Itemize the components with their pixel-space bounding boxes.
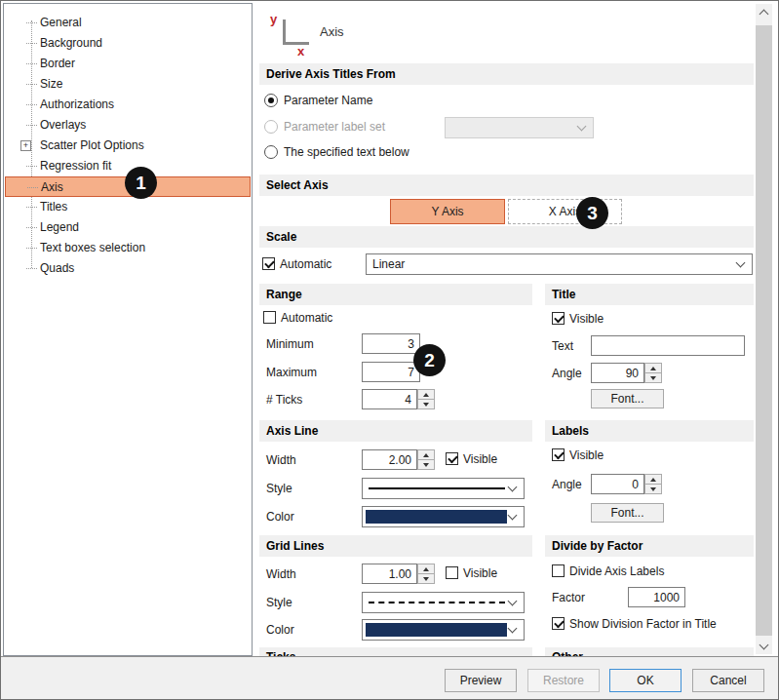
grid-lines-color-label: Color	[266, 619, 294, 641]
parameter-label-set-radio[interactable]	[264, 120, 278, 134]
ok-button[interactable]: OK	[609, 669, 682, 692]
range-automatic-checkbox[interactable]	[263, 311, 276, 324]
axis-line-visible-checkbox[interactable]	[446, 452, 458, 465]
sidebar-item-scatter-plot-options[interactable]: +Scatter Plot Options	[5, 136, 251, 156]
tree-connector	[26, 43, 37, 44]
spin-down-button[interactable]	[417, 573, 435, 584]
specified-text-radio[interactable]	[264, 145, 278, 159]
sidebar-item-label: General	[40, 13, 82, 33]
title-text-label: Text	[552, 335, 573, 357]
specified-text-label: The specified text below	[284, 141, 409, 163]
labels-header: Labels	[545, 420, 754, 442]
spin-down-button[interactable]	[644, 372, 662, 383]
labels-angle-spinner[interactable]	[644, 474, 662, 494]
tree-connector	[26, 166, 37, 167]
sidebar-item-overlays[interactable]: Overlays	[5, 115, 251, 136]
grid-lines-width-label: Width	[266, 564, 296, 585]
sidebar-item-size[interactable]: Size	[5, 74, 251, 95]
sidebar-item-general[interactable]: General	[5, 13, 251, 33]
sidebar-item-quads[interactable]: Quads	[5, 258, 251, 279]
axis-line-width-input[interactable]	[362, 449, 417, 470]
other-header: Other	[545, 647, 754, 656]
axis-line-style-dropdown[interactable]	[362, 478, 525, 499]
sidebar-item-text-boxes-selection[interactable]: Text boxes selection	[5, 238, 251, 258]
labels-angle-input[interactable]	[591, 474, 644, 494]
settings-tree-sidebar: General Background Border Size Authoriza…	[3, 3, 253, 656]
maximum-input[interactable]	[362, 362, 420, 382]
restore-button[interactable]: Restore	[527, 669, 600, 692]
axis-line-color-dropdown[interactable]	[362, 506, 525, 527]
expand-plus-icon[interactable]: +	[20, 140, 31, 151]
scale-automatic-checkbox[interactable]	[262, 257, 275, 270]
tree-connector	[26, 84, 37, 85]
step-badge-2: 2	[413, 344, 446, 376]
title-angle-input[interactable]	[591, 363, 644, 383]
sidebar-item-titles[interactable]: Titles	[5, 197, 251, 217]
dashed-line-sample	[369, 602, 505, 603]
chevron-down-icon	[760, 640, 769, 649]
parameter-name-radio[interactable]	[264, 94, 278, 107]
sidebar-item-label: Border	[40, 54, 75, 74]
spin-down-button[interactable]	[644, 484, 662, 494]
spin-down-button[interactable]	[417, 399, 435, 409]
sidebar-item-background[interactable]: Background	[5, 33, 251, 54]
grid-lines-visible-checkbox[interactable]	[446, 566, 458, 579]
solid-line-sample	[369, 487, 505, 489]
cancel-button[interactable]: Cancel	[692, 669, 764, 692]
divide-by-factor-header: Divide by Factor	[545, 535, 754, 557]
parameter-label-set-dropdown[interactable]	[445, 117, 594, 138]
title-angle-spinner[interactable]	[644, 363, 662, 383]
labels-visible-checkbox[interactable]	[552, 448, 565, 461]
tree-connector	[26, 268, 37, 269]
show-division-factor-label: Show Division Factor in Title	[569, 613, 717, 635]
scrollbar-thumb[interactable]	[756, 25, 772, 636]
ticks-input[interactable]	[362, 389, 417, 409]
grid-lines-color-dropdown[interactable]	[362, 619, 525, 641]
scroll-down-button[interactable]	[756, 638, 772, 654]
scale-type-dropdown[interactable]: Linear	[366, 253, 753, 275]
tree-connector	[26, 207, 37, 208]
minimum-input[interactable]	[362, 333, 420, 354]
sidebar-item-label: Regression fit	[40, 156, 111, 176]
grid-lines-style-label: Style	[266, 592, 292, 613]
spin-down-button[interactable]	[417, 459, 435, 470]
sidebar-item-label: Authorizations	[40, 95, 114, 115]
preview-button[interactable]: Preview	[445, 669, 517, 692]
show-division-factor-checkbox[interactable]	[552, 617, 565, 630]
tree-connector	[26, 104, 37, 105]
grid-lines-width-spinner[interactable]	[417, 564, 435, 584]
labels-angle-label: Angle	[552, 474, 582, 495]
title-header: Title	[545, 284, 754, 305]
ticks-header: Ticks	[259, 647, 532, 656]
ticks-spinner[interactable]	[417, 389, 435, 409]
color-swatch	[366, 510, 507, 524]
factor-input[interactable]	[628, 587, 685, 607]
vertical-scrollbar[interactable]	[756, 4, 772, 654]
scale-header: Scale	[259, 226, 754, 248]
sidebar-item-label: Background	[40, 33, 102, 54]
parameter-name-label: Parameter Name	[284, 90, 372, 111]
sidebar-item-border[interactable]: Border	[5, 54, 251, 74]
axis-line-width-spinner[interactable]	[417, 449, 435, 470]
sidebar-item-label: Scatter Plot Options	[40, 136, 144, 156]
chevron-down-icon	[508, 597, 518, 606]
labels-font-button[interactable]: Font...	[591, 503, 664, 523]
sidebar-item-authorizations[interactable]: Authorizations	[5, 95, 251, 115]
scale-automatic-label: Automatic	[280, 253, 331, 275]
step-badge-3: 3	[576, 197, 608, 229]
title-visible-checkbox[interactable]	[552, 312, 565, 325]
title-text-input[interactable]	[591, 335, 745, 356]
chevron-down-icon	[736, 258, 746, 268]
grid-lines-width-input[interactable]	[362, 564, 417, 584]
sidebar-item-legend[interactable]: Legend	[5, 217, 251, 238]
sidebar-item-label: Size	[40, 74, 62, 95]
scroll-up-button[interactable]	[756, 4, 772, 20]
y-axis-button[interactable]: Y Axis	[390, 199, 505, 224]
axis-line-visible-label: Visible	[463, 448, 497, 470]
title-font-button[interactable]: Font...	[591, 389, 664, 408]
tree-connector	[26, 125, 37, 126]
factor-label: Factor	[552, 587, 585, 608]
divide-axis-labels-checkbox[interactable]	[552, 564, 565, 577]
chevron-down-icon	[508, 511, 518, 521]
grid-lines-style-dropdown[interactable]	[362, 592, 525, 613]
